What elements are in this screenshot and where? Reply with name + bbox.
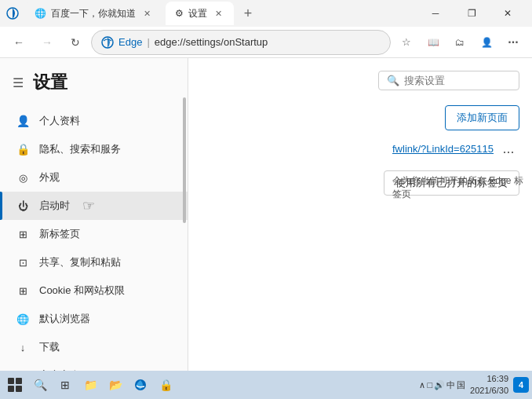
sidebar-item-profile[interactable]: 👤 个人资料 (0, 107, 188, 135)
sidebar-item-newtab[interactable]: ⊞ 新标签页 (0, 220, 188, 248)
newtab-sidebar-icon: ⊞ (16, 227, 30, 241)
tab-settings[interactable]: ⚙ 设置 ✕ (166, 2, 234, 25)
sidebar-item-family[interactable]: ⚙ 家庭安全 (0, 361, 188, 371)
tray-language-icon[interactable]: 国 (457, 379, 465, 391)
tab-baidu[interactable]: 🌐 百度一下，你就知道 ✕ (25, 2, 162, 25)
taskbar-security[interactable]: 🔒 (154, 373, 177, 397)
downloads-sidebar-icon: ↓ (16, 340, 30, 354)
address-bar[interactable]: Edge | edge://settings/onStartup (91, 30, 391, 55)
sidebar-item-privacy-label: 隐私、搜索和服务 (39, 142, 121, 156)
notification-badge[interactable]: 4 (513, 377, 529, 393)
nav-actions: ☆ 📖 🗂 👤 ··· (394, 30, 526, 55)
edge-icon (101, 36, 114, 49)
address-path: edge://settings/onStartup (155, 36, 268, 48)
close-button[interactable]: ✕ (490, 0, 526, 27)
family-sidebar-icon: ⚙ (16, 368, 30, 371)
sidebar-item-profile-label: 个人资料 (39, 114, 80, 128)
main-content: ☰ 设置 👤 个人资料 🔒 隐私、搜索和服务 ◎ 外观 ⏻ 启动时 ☞ (0, 58, 532, 371)
taskbar-time[interactable]: 16:39 2021/6/30 (470, 373, 508, 397)
taskbar: 🔍 ⊞ 📁 📂 🔒 ∧ □ 🔊 中 国 16:39 20 (0, 371, 532, 399)
startup-link[interactable]: fwlink/?LinkId=625115 (392, 143, 494, 155)
add-page-button[interactable]: 添加新页面 (445, 105, 519, 130)
sidebar-item-share-label: 共享、复制和粘贴 (39, 255, 121, 269)
sidebar-title: 设置 (33, 71, 67, 94)
nav-bar: ← → ↻ Edge | edge://settings/onStartup ☆… (0, 27, 532, 58)
address-separator: | (147, 36, 149, 48)
title-bar: 🌐 百度一下，你就知道 ✕ ⚙ 设置 ✕ + ─ ❐ ✕ (0, 0, 532, 27)
tray-network-icon[interactable]: □ (427, 380, 432, 390)
tab-settings-label: 设置 (188, 7, 207, 20)
more-options-button[interactable]: ··· (497, 141, 519, 163)
privacy-sidebar-icon: 🔒 (16, 142, 30, 156)
sidebar-item-privacy[interactable]: 🔒 隐私、搜索和服务 (0, 135, 188, 163)
tray-expand-icon[interactable]: ∧ (419, 380, 425, 390)
sidebar-scrollbar[interactable] (183, 97, 186, 223)
settings-content: 🔍 添加新页面 ··· fwlink/?LinkId=625115 使用所有已打… (188, 58, 532, 371)
taskbar-search-button[interactable]: 🔍 (28, 373, 52, 397)
window-controls: ─ ❐ ✕ (417, 0, 526, 27)
tray-ime-icon[interactable]: 中 (446, 379, 455, 391)
sidebar-item-family-label: 家庭安全 (39, 368, 80, 371)
sidebar-item-appearance-label: 外观 (39, 170, 60, 185)
address-brand: Edge (118, 36, 142, 48)
cookies-sidebar-icon: ⊞ (16, 284, 30, 298)
taskbar-files[interactable]: 📁 (78, 373, 102, 397)
sidebar-header: ☰ 设置 (0, 64, 188, 107)
settings-search-box[interactable]: 🔍 (378, 71, 519, 90)
sidebar-item-cookies-label: Cookie 和网站权限 (39, 284, 125, 298)
system-tray: ∧ □ 🔊 中 国 (419, 379, 465, 391)
share-sidebar-icon: ⊡ (16, 255, 30, 269)
default-browser-icon: 🌐 (16, 312, 30, 326)
tab-strip: 🌐 百度一下，你就知道 ✕ ⚙ 设置 ✕ + (6, 2, 259, 25)
more-options-icon[interactable]: ··· (501, 30, 526, 55)
startup-sidebar-icon: ⏻ (16, 199, 30, 213)
restore-button[interactable]: ❐ (454, 0, 490, 27)
sidebar-item-browser-label: 默认浏览器 (39, 312, 90, 326)
profile-sidebar-icon: 👤 (16, 114, 30, 128)
minimize-button[interactable]: ─ (417, 0, 454, 27)
sidebar-item-share[interactable]: ⊡ 共享、复制和粘贴 (0, 248, 188, 276)
forward-button[interactable]: → (35, 30, 60, 55)
cursor-indicator: ☞ (82, 197, 95, 214)
start-button[interactable] (3, 373, 27, 397)
new-tab-button[interactable]: + (237, 2, 259, 24)
tab-settings-icon: ⚙ (175, 8, 184, 19)
browser-icon (6, 7, 19, 20)
sidebar-menu-icon[interactable]: ☰ (13, 75, 24, 90)
taskbar-taskview[interactable]: ⊞ (53, 373, 77, 397)
taskbar-edge[interactable] (129, 373, 152, 397)
tab-baidu-icon: 🌐 (35, 8, 46, 19)
tab-baidu-close[interactable]: ✕ (140, 7, 153, 20)
favorites-icon[interactable]: ☆ (394, 30, 419, 55)
sidebar-item-startup-label: 启动时 (39, 199, 70, 213)
collections-icon[interactable]: 🗂 (447, 30, 472, 55)
use-tabs-desc: 会为您当前打开的所有 Edge 标签页 (392, 174, 532, 201)
tray-volume-icon[interactable]: 🔊 (434, 380, 445, 390)
refresh-button[interactable]: ↻ (63, 30, 88, 55)
browser-window: 🌐 百度一下，你就知道 ✕ ⚙ 设置 ✕ + ─ ❐ ✕ ← → ↻ (0, 0, 532, 399)
tab-baidu-label: 百度一下，你就知道 (51, 7, 136, 20)
tab-settings-close[interactable]: ✕ (212, 7, 224, 20)
taskbar-explorer[interactable]: 📂 (104, 373, 127, 397)
settings-search-input[interactable] (404, 75, 506, 86)
search-icon: 🔍 (387, 75, 399, 86)
sidebar-item-appearance[interactable]: ◎ 外观 (0, 163, 188, 192)
sidebar-item-default-browser[interactable]: 🌐 默认浏览器 (0, 305, 188, 333)
sidebar-item-cookies[interactable]: ⊞ Cookie 和网站权限 (0, 276, 188, 305)
clock-time: 16:39 (470, 373, 508, 385)
profile-icon[interactable]: 👤 (474, 30, 499, 55)
clock-date: 2021/6/30 (470, 385, 508, 397)
sidebar-item-newtab-label: 新标签页 (39, 227, 80, 241)
sidebar-item-downloads[interactable]: ↓ 下载 (0, 333, 188, 361)
appearance-sidebar-icon: ◎ (16, 170, 30, 185)
sidebar-item-startup[interactable]: ⏻ 启动时 ☞ (0, 192, 188, 220)
sidebar: ☰ 设置 👤 个人资料 🔒 隐私、搜索和服务 ◎ 外观 ⏻ 启动时 ☞ (0, 58, 188, 371)
back-button[interactable]: ← (6, 30, 31, 55)
taskbar-right: ∧ □ 🔊 中 国 16:39 2021/6/30 4 (419, 373, 529, 397)
sidebar-item-downloads-label: 下载 (39, 340, 60, 354)
reading-view-icon[interactable]: 📖 (421, 30, 446, 55)
